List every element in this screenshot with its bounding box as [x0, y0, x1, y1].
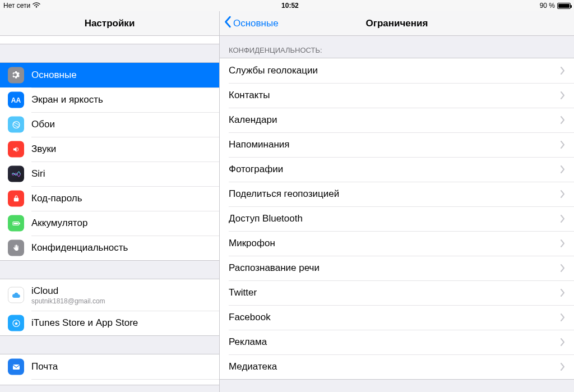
list-item[interactable]: Микрофон: [220, 231, 574, 256]
mail-icon: [8, 359, 24, 375]
list-item[interactable]: Службы геолокации: [220, 58, 574, 83]
status-right: 90 %: [540, 2, 571, 10]
row-label: Медиатека: [229, 361, 561, 372]
chevron-right-icon: [561, 67, 565, 75]
sidebar-item-label: Код-пароль: [31, 193, 210, 204]
list-item[interactable]: Календари: [220, 108, 574, 132]
sidebar-group-apps: Почта: [0, 354, 219, 385]
chevron-right-icon: [561, 363, 565, 371]
battery-text: 90 %: [540, 2, 555, 10]
appstore-icon: [8, 315, 24, 331]
sidebar-item-passcode[interactable]: Код-пароль: [0, 186, 219, 211]
section-header: КОНФИДЕНЦИАЛЬНОСТЬ:: [220, 36, 574, 58]
row-label: Распознавание речи: [229, 262, 561, 274]
detail-title: Ограничения: [366, 18, 428, 29]
row-label: Доступ Bluetooth: [229, 213, 561, 224]
row-label: Календари: [229, 114, 561, 126]
list-item[interactable]: Фотографии: [220, 157, 574, 182]
chevron-right-icon: [561, 239, 565, 247]
back-label: Основные: [233, 18, 279, 29]
privacy-section: КОНФИДЕНЦИАЛЬНОСТЬ: Службы геолокацииКон…: [220, 36, 574, 380]
sidebar-item-next[interactable]: [0, 379, 219, 385]
hand-icon: [8, 240, 24, 256]
cloud-icon: [8, 287, 24, 303]
sidebar-item-label: Почта: [31, 361, 210, 372]
list-item[interactable]: Поделиться геопозицией: [220, 182, 574, 206]
row-label: Facebook: [229, 312, 561, 323]
chevron-left-icon: [224, 16, 232, 31]
status-bar: Нет сети 10:52 90 %: [0, 0, 574, 11]
sidebar-item-label: Звуки: [31, 144, 210, 155]
sidebar-item-battery[interactable]: Аккумулятор: [0, 211, 219, 236]
row-label: Микрофон: [229, 238, 561, 249]
siri-icon: [8, 166, 24, 182]
svg-rect-6: [13, 365, 20, 370]
text-size-icon: AA: [8, 92, 24, 108]
speaker-icon: [8, 141, 24, 158]
sidebar-item-label: iTunes Store и App Store: [31, 317, 210, 329]
row-label: Реклама: [229, 336, 561, 348]
row-label: Фотографии: [229, 164, 561, 175]
detail-pane: Основные Ограничения КОНФИДЕНЦИАЛЬНОСТЬ:…: [220, 11, 574, 392]
sidebar-item-general[interactable]: Основные: [0, 63, 219, 87]
list-item[interactable]: Распознавание речи: [220, 256, 574, 280]
svg-rect-4: [13, 223, 18, 224]
chevron-right-icon: [561, 141, 565, 149]
settings-sidebar: Настройки Основные AA Экран и яркость: [0, 11, 220, 392]
list-item[interactable]: Медиатека: [220, 354, 574, 379]
svg-rect-3: [19, 223, 20, 224]
status-left: Нет сети: [3, 2, 40, 10]
carrier-text: Нет сети: [3, 2, 30, 10]
sidebar-item-icloud[interactable]: iCloud sputnik1818@gmail.com: [0, 279, 219, 311]
sidebar-item-sounds[interactable]: Звуки: [0, 137, 219, 162]
sidebar-item-privacy[interactable]: Конфиденциальность: [0, 236, 219, 260]
row-label: Контакты: [229, 90, 561, 101]
sidebar-item-display[interactable]: AA Экран и яркость: [0, 87, 219, 112]
sidebar-item-wallpaper[interactable]: Обои: [0, 112, 219, 137]
sidebar-group-main: Основные AA Экран и яркость Обои Зву: [0, 62, 219, 261]
list-item[interactable]: Facebook: [220, 305, 574, 330]
chevron-right-icon: [561, 289, 565, 297]
row-label: Поделиться геопозицией: [229, 188, 561, 200]
sidebar-item-label: Обои: [31, 119, 210, 130]
chevron-right-icon: [561, 338, 565, 346]
sidebar-group-account: iCloud sputnik1818@gmail.com iTunes Stor…: [0, 279, 219, 336]
chevron-right-icon: [561, 190, 565, 198]
list-item[interactable]: Доступ Bluetooth: [220, 206, 574, 231]
lock-icon: [8, 191, 24, 207]
chevron-right-icon: [561, 116, 565, 124]
sidebar-item-label: Siri: [31, 168, 210, 179]
sidebar-item-label: Основные: [31, 70, 210, 81]
sidebar-nav: Настройки: [0, 11, 219, 36]
chevron-right-icon: [561, 91, 565, 99]
sidebar-item-siri[interactable]: Siri: [0, 162, 219, 186]
sidebar-title: Настройки: [85, 18, 135, 29]
row-label: Twitter: [229, 287, 561, 298]
prev-group-fragment: [0, 36, 219, 44]
row-label: Службы геолокации: [229, 65, 561, 76]
chevron-right-icon: [561, 165, 565, 173]
icloud-email: sputnik1818@gmail.com: [31, 297, 105, 305]
status-time: 10:52: [281, 2, 299, 10]
sidebar-item-store[interactable]: iTunes Store и App Store: [0, 311, 219, 335]
battery-icon: [557, 3, 571, 9]
wallpaper-icon: [8, 117, 24, 133]
sidebar-item-label: Аккумулятор: [31, 218, 210, 229]
list-item[interactable]: Реклама: [220, 330, 574, 354]
chevron-right-icon: [561, 264, 565, 272]
chevron-right-icon: [561, 313, 565, 321]
list-item[interactable]: Twitter: [220, 280, 574, 305]
row-label: Напоминания: [229, 139, 561, 150]
wifi-icon: [33, 2, 40, 10]
battery-app-icon: [8, 215, 24, 232]
detail-nav: Основные Ограничения: [220, 11, 574, 36]
gear-icon: [8, 67, 24, 84]
sidebar-item-label: iCloud: [31, 285, 105, 297]
chevron-right-icon: [561, 215, 565, 223]
list-item[interactable]: Контакты: [220, 83, 574, 108]
sidebar-item-label: Экран и яркость: [31, 94, 210, 105]
sidebar-item-label: Конфиденциальность: [31, 242, 210, 253]
sidebar-item-mail[interactable]: Почта: [0, 354, 219, 379]
list-item[interactable]: Напоминания: [220, 132, 574, 157]
back-button[interactable]: Основные: [222, 11, 281, 35]
